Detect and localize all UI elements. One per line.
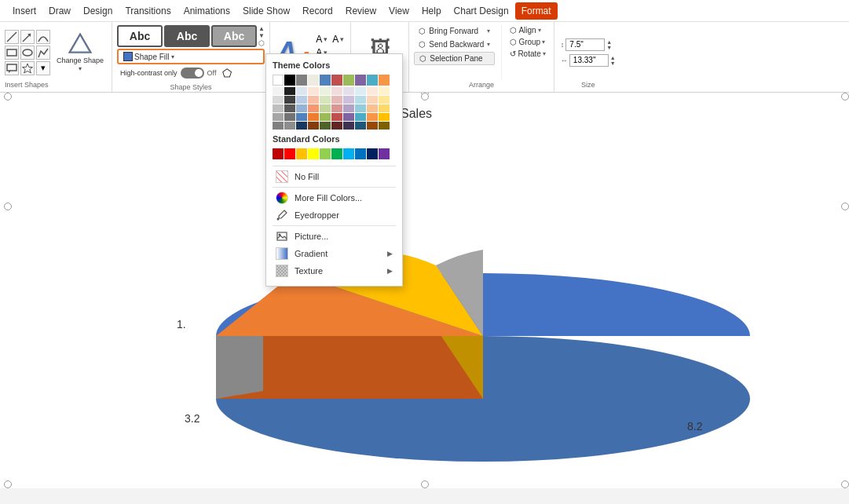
- c4r4[interactable]: [308, 113, 319, 121]
- eyedropper-button[interactable]: Eyedropper: [273, 206, 396, 224]
- oval-tool[interactable]: [20, 46, 35, 60]
- c4r3[interactable]: [308, 104, 319, 112]
- std-color-6[interactable]: [331, 148, 342, 159]
- height-up[interactable]: ▲: [606, 39, 612, 45]
- handle-top2[interactable]: [421, 93, 429, 100]
- c3r5[interactable]: [296, 122, 307, 130]
- c3r2[interactable]: [296, 96, 307, 104]
- std-color-10[interactable]: [379, 148, 390, 159]
- menu-design[interactable]: Design: [77, 2, 119, 20]
- text-outline-btn[interactable]: A: [332, 34, 339, 45]
- freeform-tool[interactable]: [36, 46, 50, 60]
- c1r4[interactable]: [273, 113, 284, 121]
- c2r3[interactable]: [284, 104, 295, 112]
- c9r2[interactable]: [367, 96, 378, 104]
- menu-view[interactable]: View: [382, 2, 415, 20]
- color-teal1[interactable]: [367, 75, 378, 86]
- std-color-5[interactable]: [320, 148, 331, 159]
- menu-review[interactable]: Review: [339, 2, 382, 20]
- styles-scroll-down[interactable]: ▼: [258, 33, 265, 39]
- color-purple1[interactable]: [355, 75, 366, 86]
- more-fill-colors-button[interactable]: More Fill Colors...: [273, 189, 396, 206]
- arrow-tool[interactable]: [20, 30, 35, 44]
- c2r2[interactable]: [284, 96, 295, 104]
- std-color-1[interactable]: [273, 148, 284, 159]
- c1r5[interactable]: [273, 122, 284, 130]
- group-button[interactable]: ⬡ Group ▾: [507, 37, 548, 47]
- line-tool[interactable]: [5, 30, 19, 44]
- more-shapes-tool[interactable]: ▾: [36, 61, 50, 75]
- c1r3[interactable]: [273, 104, 284, 112]
- color-gray[interactable]: [296, 75, 307, 86]
- menu-animations[interactable]: Animations: [177, 2, 236, 20]
- gradient-button[interactable]: Gradient ▶: [273, 245, 396, 262]
- c4r1[interactable]: [308, 87, 319, 95]
- c3r1[interactable]: [296, 87, 307, 95]
- c6r4[interactable]: [331, 113, 342, 121]
- handle-right[interactable]: [841, 203, 849, 210]
- c6r1[interactable]: [331, 87, 342, 95]
- handle-bottom[interactable]: [421, 480, 429, 488]
- c5r3[interactable]: [320, 104, 331, 112]
- height-input[interactable]: [565, 38, 605, 51]
- width-down[interactable]: ▼: [610, 60, 616, 66]
- width-input[interactable]: [569, 54, 609, 67]
- menu-record[interactable]: Record: [296, 2, 339, 20]
- text-fill-arrow[interactable]: ▾: [324, 35, 328, 43]
- c10r5[interactable]: [379, 122, 390, 130]
- c9r1[interactable]: [367, 87, 378, 95]
- c6r2[interactable]: [331, 96, 342, 104]
- c8r1[interactable]: [355, 87, 366, 95]
- std-color-2[interactable]: [284, 148, 295, 159]
- c8r3[interactable]: [355, 104, 366, 112]
- selection-pane-button[interactable]: ⬡ Selection Pane: [414, 52, 495, 65]
- shape-style-3[interactable]: Abc: [211, 25, 257, 47]
- width-up[interactable]: ▲: [610, 55, 616, 60]
- menu-insert[interactable]: Insert: [6, 2, 42, 20]
- high-contrast-toggle[interactable]: [181, 68, 204, 79]
- c3r3[interactable]: [296, 104, 307, 112]
- c2r4[interactable]: [284, 113, 295, 121]
- c9r3[interactable]: [367, 104, 378, 112]
- color-orange1[interactable]: [379, 75, 390, 86]
- c4r5[interactable]: [308, 122, 319, 130]
- c6r5[interactable]: [331, 122, 342, 130]
- c5r1[interactable]: [320, 87, 331, 95]
- handle-top-right[interactable]: [841, 93, 849, 100]
- menu-help[interactable]: Help: [415, 2, 448, 20]
- c9r4[interactable]: [367, 113, 378, 121]
- color-green1[interactable]: [343, 75, 354, 86]
- shape-style-1[interactable]: Abc: [117, 25, 163, 47]
- picture-button[interactable]: Picture...: [273, 228, 396, 245]
- menu-transitions[interactable]: Transitions: [119, 2, 177, 20]
- menu-draw[interactable]: Draw: [42, 2, 77, 20]
- std-color-9[interactable]: [367, 148, 378, 159]
- shape-fill-button[interactable]: Shape Fill ▾: [117, 49, 265, 64]
- handle-bottom-left[interactable]: [4, 480, 12, 488]
- color-black[interactable]: [284, 75, 295, 86]
- texture-button[interactable]: Texture ▶: [273, 262, 396, 279]
- shape-style-2[interactable]: Abc: [164, 25, 210, 47]
- c2r1[interactable]: [284, 87, 295, 95]
- c9r5[interactable]: [367, 122, 378, 130]
- std-color-3[interactable]: [296, 148, 307, 159]
- c1r1[interactable]: [273, 87, 284, 95]
- c7r3[interactable]: [343, 104, 354, 112]
- connector-tool[interactable]: [36, 30, 50, 44]
- std-color-8[interactable]: [355, 148, 366, 159]
- handle-bottom-right[interactable]: [841, 480, 849, 488]
- text-fill-btn[interactable]: A: [316, 34, 322, 45]
- c7r5[interactable]: [343, 122, 354, 130]
- std-color-7[interactable]: [343, 148, 354, 159]
- menu-slideshow[interactable]: Slide Show: [236, 2, 296, 20]
- c3r4[interactable]: [296, 113, 307, 121]
- text-outline-arrow[interactable]: ▾: [340, 35, 344, 43]
- c5r2[interactable]: [320, 96, 331, 104]
- c1r2[interactable]: [273, 96, 284, 104]
- c6r3[interactable]: [331, 104, 342, 112]
- c8r4[interactable]: [355, 113, 366, 121]
- c5r5[interactable]: [320, 122, 331, 130]
- c10r2[interactable]: [379, 96, 390, 104]
- styles-scroll-up[interactable]: ▲: [258, 26, 265, 32]
- height-down[interactable]: ▼: [606, 45, 612, 50]
